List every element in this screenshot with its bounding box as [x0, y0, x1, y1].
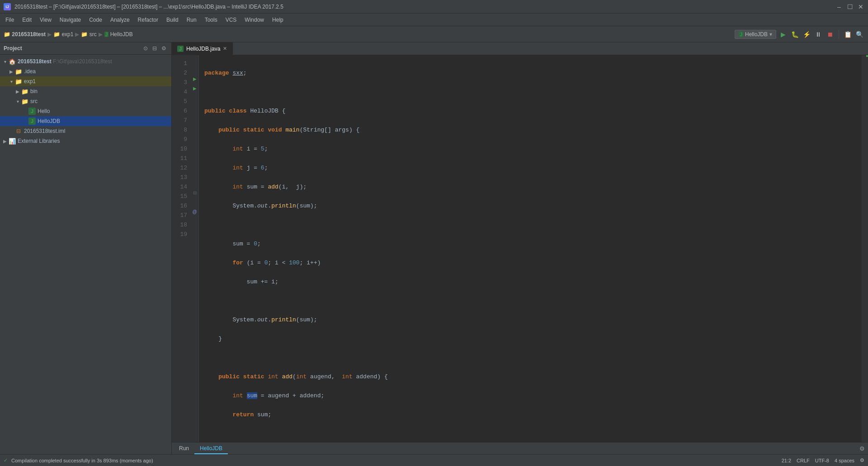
toolbar-left: 📁 20165318test ▶ 📁 exp1 ▶ 📁 src ▶ J Hell…	[4, 31, 133, 38]
gutter-fold-15[interactable]: ⊟	[191, 188, 198, 198]
tree-label-root: 20165318test F:\Git\java\20165318test	[18, 58, 112, 65]
coverage-button[interactable]: ⚡	[802, 29, 811, 39]
tree-label-iml: 20165318test.iml	[24, 128, 65, 134]
code-editor[interactable]: 1 2 3 4 5 6 7 8 9 10 11 12 13 14 15 16 1	[172, 55, 868, 442]
line-numbers: 1 2 3 4 5 6 7 8 9 10 11 12 13 14 15 16 1	[172, 55, 191, 442]
sidebar-header: Project ⊙ ⊟ ⚙	[0, 42, 171, 55]
tree-item-idea[interactable]: ▶ 📁 .idea	[0, 66, 171, 76]
layout-button[interactable]: 📋	[843, 29, 853, 39]
run-config-icon: J	[739, 32, 743, 37]
tree-item-iml[interactable]: ⊟ 20165318test.iml	[0, 126, 171, 136]
menu-item-vcs[interactable]: VCS	[222, 15, 241, 25]
gutter-17: @	[191, 207, 198, 217]
code-line-6: int j = 6;	[203, 163, 862, 173]
bottom-panel-toolbar: ⚙	[858, 445, 866, 453]
menu-item-build[interactable]: Build	[163, 15, 182, 25]
menu-item-edit[interactable]: Edit	[19, 15, 35, 25]
status-position[interactable]: 21:2	[782, 458, 791, 463]
code-line-7: int sum = add(i, j);	[203, 182, 862, 192]
sidebar-collapse-all[interactable]: ⊟	[151, 44, 159, 52]
tree-icon-hello: J	[28, 107, 36, 115]
bottom-settings-button[interactable]: ⚙	[858, 445, 866, 453]
gutter-7	[191, 112, 198, 122]
right-gutter-mark	[866, 55, 868, 57]
window-controls: – ☐ ✕	[835, 3, 864, 10]
gutter-9	[191, 131, 198, 141]
code-line-2	[203, 87, 862, 97]
editor-tabs: J HelloJDB.java ✕	[172, 42, 868, 55]
run-config-arrow: ▾	[769, 31, 772, 38]
tree-item-hello[interactable]: J Hello	[0, 106, 171, 116]
debug-button[interactable]: 🐛	[790, 29, 800, 39]
menu-item-help[interactable]: Help	[269, 15, 287, 25]
tab-filename: HelloJDB.java	[186, 46, 220, 52]
breadcrumb-folder[interactable]: 📁 src	[81, 31, 96, 38]
breadcrumb-module[interactable]: 📁 exp1	[53, 31, 73, 38]
maximize-button[interactable]: ☐	[846, 3, 854, 10]
menu-item-refactor[interactable]: Refactor	[134, 15, 162, 25]
menu-item-code[interactable]: Code	[85, 15, 106, 25]
bottom-tab-hellojdb[interactable]: HelloJDB	[194, 443, 228, 454]
code-line-16	[203, 353, 862, 362]
title-bar: IJ 20165318test – [F:\Git\java\20165318t…	[0, 0, 868, 14]
breadcrumb: 📁 20165318test ▶ 📁 exp1 ▶ 📁 src ▶ J Hell…	[4, 31, 133, 38]
status-indent: 4 spaces	[835, 458, 854, 463]
sidebar-scroll-to-source[interactable]: ⊙	[142, 44, 150, 52]
gutter-run-3[interactable]: ▶	[191, 74, 198, 84]
breadcrumb-file[interactable]: J HelloJDB	[104, 31, 133, 38]
run-button[interactable]: ▶	[778, 29, 788, 39]
tree-icon-idea: 📁	[14, 67, 23, 75]
gutter-12	[191, 160, 198, 169]
tree-arrow-src: ▾	[14, 99, 21, 104]
menu-item-window[interactable]: Window	[241, 15, 268, 25]
gutter-run-4[interactable]: ▶	[191, 84, 198, 93]
tree-item-root[interactable]: ▾ 🏠 20165318test F:\Git\java\20165318tes…	[0, 56, 171, 66]
minimize-button[interactable]: –	[835, 3, 843, 10]
status-line-ending[interactable]: CRLF	[797, 458, 810, 463]
gutter-18	[191, 217, 198, 226]
tree-label-hello: Hello	[38, 108, 50, 114]
menu-item-tools[interactable]: Tools	[201, 15, 221, 25]
tree-item-exp1[interactable]: ▾ 📁 exp1	[0, 76, 171, 86]
tree-item-bin[interactable]: ▶ 📁 bin	[0, 86, 171, 96]
main-layout: Project ⊙ ⊟ ⚙ ▾ 🏠 20165318test F:\Git\ja…	[0, 42, 868, 454]
menu-item-analyze[interactable]: Analyze	[107, 15, 133, 25]
tree-item-src[interactable]: ▾ 📁 src	[0, 96, 171, 106]
status-right: 21:2 CRLF UTF-8 4 spaces ⚙	[782, 457, 864, 463]
status-encoding[interactable]: UTF-8	[815, 458, 829, 463]
menu-item-run[interactable]: Run	[183, 15, 200, 25]
code-line-5: int i = 5;	[203, 144, 862, 154]
menu-bar: FileEditViewNavigateCodeAnalyzeRefactorB…	[0, 14, 868, 26]
breadcrumb-sep1: ▶	[47, 31, 52, 38]
search-everywhere-button[interactable]: 🔍	[854, 29, 864, 39]
tree-arrow-root: ▾	[2, 59, 8, 64]
breadcrumb-sep3: ▶	[99, 31, 103, 38]
pause-button[interactable]: ⏸	[813, 29, 823, 39]
breadcrumb-project[interactable]: 📁 20165318test	[4, 31, 46, 38]
tree-item-extlibs[interactable]: ▶ 📊 External Libraries	[0, 136, 171, 146]
menu-item-view[interactable]: View	[36, 15, 55, 25]
menu-item-file[interactable]: File	[2, 15, 18, 25]
tree-item-hellojdb[interactable]: J HelloJDB	[0, 116, 171, 126]
code-line-18: int sum = augend + addend;	[203, 391, 862, 400]
tab-close-button[interactable]: ✕	[223, 46, 227, 52]
run-config-selector[interactable]: J HelloJDB ▾	[735, 30, 776, 39]
status-git-icon[interactable]: ⚙	[860, 457, 864, 463]
tree-label-extlibs: External Libraries	[18, 138, 60, 144]
editor-tab-hellojdb[interactable]: J HelloJDB.java ✕	[172, 42, 233, 55]
stop-button[interactable]: ⏹	[825, 29, 835, 39]
toolbar-right: J HelloJDB ▾ ▶ 🐛 ⚡ ⏸ ⏹ 📋 🔍	[735, 29, 864, 39]
tree-icon-exp1: 📁	[14, 77, 23, 85]
window-title: 20165318test – [F:\Git\java\20165318test…	[14, 4, 283, 10]
close-button[interactable]: ✕	[857, 3, 864, 10]
menu-item-navigate[interactable]: Navigate	[56, 15, 85, 25]
tab-java-icon: J	[177, 46, 184, 52]
code-line-13	[203, 296, 862, 306]
bottom-tab-run[interactable]: Run	[174, 443, 194, 454]
run-config-label: HelloJDB	[745, 31, 768, 38]
code-line-4: public static void main(String[] args) {	[203, 125, 862, 135]
code-content[interactable]: package sxx; public class HelloJDB { pub…	[199, 55, 862, 442]
code-line-3: public class HelloJDB {	[203, 106, 862, 116]
gutter-10	[191, 141, 198, 150]
sidebar-settings[interactable]: ⚙	[160, 44, 168, 52]
